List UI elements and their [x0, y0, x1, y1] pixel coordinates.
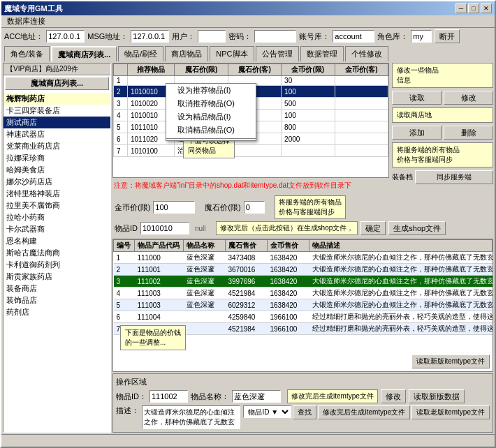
menu-cancel-recommend[interactable]: 取消推荐物品(O): [166, 97, 256, 110]
equip-label: 装备档: [392, 172, 413, 182]
read-itemtype-button[interactable]: 读取新版itemtype文件: [411, 354, 490, 368]
list-item[interactable]: 装备商店: [3, 283, 110, 294]
list-item[interactable]: 斯贡家族药店: [3, 271, 110, 283]
item-id-input[interactable]: [140, 222, 189, 234]
gen-itemtype-balloon: 修改完后生成itemtype文件: [287, 389, 378, 403]
add-button[interactable]: 添加: [392, 126, 442, 140]
tab-role[interactable]: 角色/装备: [4, 46, 50, 61]
tab-personal[interactable]: 个性修改: [345, 46, 388, 61]
table-row[interactable]: 4111003蓝色深邃45219841638420大锻造师米尔德尼的心血倾注之作…: [114, 288, 493, 299]
table-row[interactable]: 71010100治疗药水: [114, 145, 388, 157]
price-adjust-balloon: 下面是物品的价钱的一些调整...: [120, 325, 186, 350]
acc-label: ACC地址：: [4, 31, 43, 42]
shop-list-panel: 【VIP商店】商品209件 魔城商店列表... 梅辉制药店 卡三四穿装备店 测试…: [3, 63, 111, 433]
user-input[interactable]: [198, 30, 226, 43]
table-row[interactable]: 1111000蓝色深邃34734081638420大锻造师米尔德尼的心血倾注之作…: [114, 252, 493, 264]
tab-item[interactable]: 物品/刷经: [118, 46, 163, 61]
minimize-button[interactable]: ─: [455, 3, 467, 13]
read-itemtype-area: 读取新版itemtype文件: [411, 354, 490, 368]
main-content: 【VIP商店】商品209件 魔城商店列表... 梅辉制药店 卡三四穿装备店 测试…: [1, 61, 495, 434]
op-desc-textarea[interactable]: 大锻造师米尔德尼的心血倾注之作，那种仿佛藏底了无数玄机的大蓝色调显得尤其格外，: [142, 405, 240, 429]
role-input[interactable]: [411, 30, 432, 43]
list-item[interactable]: 拉娜采珍商: [3, 152, 110, 164]
list-item[interactable]: 卡利道御药剂列: [3, 259, 110, 271]
maximize-button[interactable]: □: [468, 3, 479, 13]
pwd-label: 密码：: [228, 31, 251, 42]
title-bar-buttons: ─ □ ✕: [455, 3, 492, 13]
list-item[interactable]: 哈姆美食店: [3, 164, 110, 176]
add-delete-row: 添加 删除: [392, 126, 493, 140]
acc-input[interactable]: [46, 30, 85, 43]
menu-db[interactable]: 数据库连接: [3, 15, 50, 27]
list-item-selected[interactable]: 测试商店: [3, 117, 110, 128]
op-read-old-button[interactable]: 读取老版itemtype文件: [411, 405, 490, 419]
generate-shop-balloon: 修改完后（点击此按钮）在生成shop文件，: [216, 221, 358, 235]
list-item[interactable]: 拉哈小药商: [3, 211, 110, 223]
op-search-button[interactable]: 查找: [293, 405, 316, 419]
shop-panel-header: 【VIP商店】商品209件: [3, 64, 110, 75]
tab-bar: 角色/装备 魔域商店列表... 物品/刷经 商店物品 NPC脚本 公告管理 数据…: [1, 45, 495, 61]
pwd-input[interactable]: [254, 30, 296, 43]
table-row-selected[interactable]: 3111002蓝色深邃39976961638420大锻造师米尔德尼的心血倾注之作…: [114, 276, 493, 288]
list-item[interactable]: 恩名构建: [3, 235, 110, 247]
list-item[interactable]: 卡尔武器商: [3, 223, 110, 235]
col-id: 编号: [114, 240, 135, 252]
op-area: 操作区域 物品ID： 物品名称： 修改完后生成itemtype文件 修改 读取新…: [112, 373, 493, 433]
op-item-name-input[interactable]: [232, 390, 281, 403]
delete-button[interactable]: 删除: [444, 126, 493, 140]
op-read-new-button[interactable]: 读取新版数据: [409, 389, 465, 403]
op-row1: 物品ID： 物品名称： 修改完后生成itemtype文件 修改 读取新版数据: [116, 389, 490, 403]
op-buttons: 物品ID ▼ 查找 修改完后生成itemtype文件 读取老版itemtype文…: [243, 405, 490, 419]
list-item[interactable]: 娜尔沙药店店: [3, 176, 110, 188]
list-item[interactable]: 党莱商业药店店: [3, 140, 110, 152]
connect-button[interactable]: 断开: [435, 29, 460, 43]
list-item[interactable]: 神速武器店: [3, 128, 110, 140]
tab-npc[interactable]: NPC脚本: [210, 46, 254, 61]
op-item-id-input[interactable]: [149, 390, 188, 403]
tab-shopitem[interactable]: 商店物品: [165, 46, 208, 61]
title-bar: 魔域专用GM工具 ─ □ ✕: [1, 1, 495, 15]
shop-vip[interactable]: 梅辉制药店: [3, 93, 110, 105]
gold-limit-input[interactable]: [153, 201, 195, 214]
sync-button[interactable]: 同步服务端: [415, 170, 493, 184]
sync-row: 装备档 同步服务端: [392, 170, 493, 184]
menu-cancel-premium[interactable]: 取消精品物品(O): [166, 124, 256, 137]
col-magic: 魔石售价: [226, 240, 268, 252]
table-row[interactable]: 5111003蓝色深邃60293121638420大锻造师米尔德尼的心血倾注之作…: [114, 299, 493, 311]
op-desc-label: 描述：: [116, 405, 139, 416]
tab-data[interactable]: 数据管理: [300, 46, 344, 61]
list-item[interactable]: 斯哈古魔法商商: [3, 247, 110, 259]
menu-set-premium[interactable]: 设为精品物品(I): [166, 110, 256, 124]
list-item[interactable]: 渚特里格神装店: [3, 188, 110, 200]
right-panel: 推荐物品 魔石价(限) 魔石价(客) 金币价(限) 金币价(客) 130: [112, 63, 493, 433]
msg-input[interactable]: [131, 30, 169, 43]
menu-separator: [166, 138, 256, 139]
read-button[interactable]: 读取: [392, 91, 442, 105]
op-generate-itemtype-button[interactable]: 修改完后生成itemtype文件: [318, 405, 410, 419]
op-modify-button[interactable]: 修改: [381, 389, 406, 403]
list-item[interactable]: 卡三四穿装备店: [3, 105, 110, 117]
close-button[interactable]: ✕: [481, 3, 492, 13]
list-item[interactable]: 装饰品店: [3, 294, 110, 306]
item-id-dropdown[interactable]: 物品ID ▼: [243, 405, 291, 418]
table-row[interactable]: 611100442598401966100经过精细打磨和抛光的亮丽外表，轻巧美观…: [114, 311, 493, 323]
magic-limit-input[interactable]: [244, 201, 265, 214]
modify-button[interactable]: 修改: [444, 91, 493, 105]
table-row[interactable]: 2111001蓝色深邃36700161638420大锻造师米尔德尼的心血倾注之作…: [114, 264, 493, 276]
shop-list: 梅辉制药店 卡三四穿装备店 测试商店 神速武器店 党莱商业药店店 拉娜采珍商 哈…: [3, 93, 110, 432]
menu-set-recommend[interactable]: 设为推荐物品(I): [166, 84, 256, 97]
col-header: 推荐物品: [127, 64, 174, 76]
tab-shop[interactable]: 魔域商店列表...: [51, 46, 117, 61]
col-header: 魔石价(客): [228, 64, 281, 76]
db-input[interactable]: [333, 30, 374, 43]
window-title: 魔域专用GM工具: [4, 3, 63, 14]
list-item[interactable]: 药剂店: [3, 306, 110, 318]
op-title: 操作区域: [116, 377, 490, 387]
shop-list-button[interactable]: 魔城商店列表...: [5, 77, 109, 90]
generate-shop-button[interactable]: 生成shop文件: [388, 221, 446, 235]
price-row: 金币价(限) 魔石价(限) 将服务端的所有物品价格与客服端同步: [115, 195, 491, 219]
confirm-button[interactable]: 确定: [360, 221, 386, 235]
tab-announcement[interactable]: 公告管理: [256, 46, 299, 61]
form-area: 金币价(限) 魔石价(限) 将服务端的所有物品价格与客服端同步 物品ID nul…: [112, 193, 493, 237]
list-item[interactable]: 拉里美不腐饰商: [3, 200, 110, 211]
